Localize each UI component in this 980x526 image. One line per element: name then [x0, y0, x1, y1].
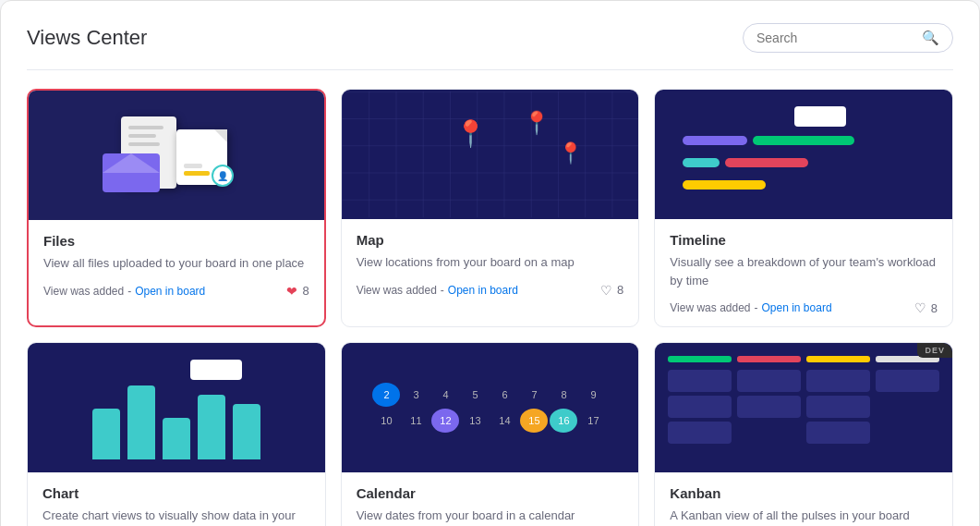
card-body-calendar: CalendarView dates from your board in a …	[342, 472, 639, 526]
files-illustration: 👤	[29, 91, 324, 220]
card-open-link-files[interactable]: Open in board	[135, 285, 205, 298]
card-footer-timeline: View was added - Open in board♡8	[670, 300, 938, 315]
divider	[27, 69, 953, 70]
card-title-files: Files	[43, 233, 309, 249]
map-illustration: 📍 📍 📍	[342, 90, 639, 219]
views-center-container: Views Center 🔍	[0, 0, 980, 526]
card-footer-left-map: View was added - Open in board	[357, 284, 518, 297]
card-like-count-files: 8	[302, 284, 309, 298]
card-likes-timeline[interactable]: ♡8	[914, 300, 938, 315]
card-status-files: View was added	[43, 285, 124, 298]
card-desc-calendar: View dates from your board in a calendar	[357, 507, 624, 525]
page-title: Views Center	[27, 26, 147, 50]
timeline-art	[655, 90, 952, 219]
card-timeline[interactable]: TimelineVisually see a breakdown of your…	[654, 89, 953, 327]
map-art: 📍 📍 📍	[342, 90, 639, 219]
card-footer-map: View was added - Open in board♡8	[357, 283, 624, 298]
card-kanban[interactable]: DEV	[654, 342, 953, 526]
pin-purple-icon: 📍	[558, 141, 583, 165]
timeline-illustration	[655, 90, 952, 219]
card-title-timeline: Timeline	[670, 232, 938, 248]
card-status-map: View was added	[357, 284, 437, 297]
card-likes-files[interactable]: ❤8	[286, 284, 309, 299]
card-chart[interactable]: ChartCreate chart views to visually show…	[27, 342, 326, 526]
card-body-files: FilesView all files uploaded to your boa…	[29, 220, 324, 310]
card-map[interactable]: 📍 📍 📍 MapView locations from your board …	[341, 89, 640, 327]
search-icon: 🔍	[922, 30, 939, 46]
card-body-map: MapView locations from your board on a m…	[342, 219, 639, 309]
card-footer-left-timeline: View was added - Open in board	[670, 301, 831, 314]
card-status-timeline: View was added	[670, 301, 750, 314]
card-footer-left-files: View was added - Open in board	[43, 285, 205, 298]
kanban-art: DEV	[655, 343, 952, 472]
heart-outline-icon[interactable]: ♡	[914, 300, 926, 315]
card-title-kanban: Kanban	[670, 485, 938, 501]
heart-outline-icon[interactable]: ♡	[600, 283, 612, 298]
card-title-map: Map	[357, 232, 624, 248]
card-like-count-timeline: 8	[931, 301, 938, 315]
chart-art	[28, 343, 325, 472]
card-desc-kanban: A Kanban view of all the pulses in your …	[670, 507, 938, 525]
card-desc-timeline: Visually see a breakdown of your team's …	[670, 253, 938, 289]
card-title-chart: Chart	[42, 485, 310, 501]
heart-filled-icon[interactable]: ❤	[286, 284, 297, 299]
card-desc-map: View locations from your board on a map	[357, 253, 624, 272]
card-body-chart: ChartCreate chart views to visually show…	[28, 472, 325, 526]
card-body-timeline: TimelineVisually see a breakdown of your…	[655, 219, 952, 326]
card-open-link-timeline[interactable]: Open in board	[762, 301, 832, 314]
card-files[interactable]: 👤 FilesView all files uploaded to your b…	[27, 89, 326, 327]
kanban-illustration: DEV	[655, 343, 952, 472]
dev-badge: DEV	[917, 343, 952, 358]
card-like-count-map: 8	[617, 283, 623, 297]
svg-rect-0	[342, 92, 639, 217]
card-body-kanban: KanbanA Kanban view of all the pulses in…	[655, 472, 952, 526]
cards-grid: 👤 FilesView all files uploaded to your b…	[27, 89, 953, 526]
pin-green-icon: 📍	[523, 110, 550, 136]
search-input[interactable]	[756, 31, 918, 45]
card-separator-map: -	[441, 284, 444, 297]
card-open-link-map[interactable]: Open in board	[448, 284, 518, 297]
card-likes-map[interactable]: ♡8	[600, 283, 623, 298]
card-desc-chart: Create chart views to visually show data…	[42, 507, 310, 526]
card-calendar[interactable]: 234567891011121314151617 CalendarView da…	[341, 342, 640, 526]
pin-blue-icon: 📍	[454, 118, 487, 149]
header: Views Center 🔍	[27, 23, 953, 53]
chart-illustration	[28, 343, 325, 472]
search-box[interactable]: 🔍	[743, 23, 953, 53]
calendar-illustration: 234567891011121314151617	[342, 343, 639, 472]
card-separator-files: -	[127, 285, 131, 298]
card-desc-files: View all files uploaded to your board in…	[43, 254, 309, 273]
card-separator-timeline: -	[755, 301, 758, 314]
files-art: 👤	[93, 109, 260, 202]
calendar-art: 234567891011121314151617	[372, 383, 607, 433]
card-title-calendar: Calendar	[357, 485, 624, 501]
card-footer-files: View was added - Open in board❤8	[43, 284, 309, 299]
